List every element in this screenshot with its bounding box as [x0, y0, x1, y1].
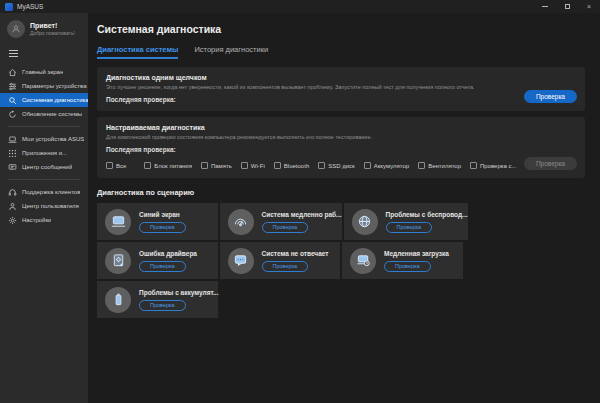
checkbox-battery[interactable]: Аккумулятор	[364, 162, 409, 169]
checkbox-icon[interactable]	[201, 162, 208, 169]
sidebar-item-label: Приложения и...	[22, 150, 67, 156]
tab-bar: Диагностика системы История диагностики	[97, 45, 585, 59]
scenario-card-label: Система не отвечает	[262, 250, 329, 257]
checkbox-icon[interactable]	[144, 162, 151, 169]
checkbox-icon[interactable]	[106, 162, 113, 169]
sidebar-item-label: Центр сообщений	[22, 164, 72, 170]
checkbox-all[interactable]: Все	[106, 162, 126, 169]
battery-icon	[105, 287, 131, 313]
headset-icon	[8, 188, 17, 197]
checkbox-icon[interactable]	[418, 162, 425, 169]
custom-check-button[interactable]: Проверка	[524, 157, 577, 170]
titlebar: MyASUS ×	[0, 0, 600, 13]
scenario-card-label: Система медленно раб...	[262, 211, 342, 218]
sidebar-item-label: Системная диагностика	[22, 97, 88, 103]
update-icon	[8, 110, 17, 119]
scenario-card-wireless-problems: Проблемы с беспровод... Проверка	[344, 203, 468, 240]
driver-error-icon	[105, 248, 131, 274]
component-checkbox-row: Все Блок питания Память Wi-Fi Bluetooth …	[106, 161, 576, 170]
app-title: MyASUS	[17, 3, 43, 10]
apps-grid-icon	[8, 149, 17, 158]
checkbox-icon[interactable]	[274, 162, 281, 169]
card-description: Это лучшее решение, когда нет уверенност…	[106, 84, 576, 90]
globe-icon	[352, 209, 378, 235]
sidebar-item-label: Центр пользователя	[22, 203, 79, 209]
hamburger-menu-icon[interactable]	[9, 50, 18, 57]
scenario-card-label: Проблемы с беспровод...	[386, 211, 468, 218]
maximize-button[interactable]	[556, 0, 578, 13]
checkbox-power-supply[interactable]: Блок питания	[144, 162, 192, 169]
sidebar-item-label: Обновление системы	[22, 111, 82, 117]
scenario-check-button[interactable]: Проверка	[139, 261, 186, 272]
monitor-chat-icon	[228, 248, 254, 274]
profile[interactable]: Привет! Добро пожаловать!	[0, 20, 88, 38]
checkbox-bluetooth[interactable]: Bluetooth	[274, 162, 309, 169]
sidebar-item-system-diagnostics[interactable]: Системная диагностика	[0, 93, 88, 107]
sliders-icon	[8, 82, 17, 91]
custom-diagnostics-card: Настраиваемая диагностика Для комплексно…	[97, 117, 585, 178]
one-click-check-button[interactable]: Проверка	[524, 90, 577, 103]
sidebar-item-apps[interactable]: Приложения и...	[0, 146, 88, 160]
scenario-card-system-not-responding: Система не отвечает Проверка	[220, 242, 341, 279]
scenario-check-button[interactable]: Проверка	[384, 261, 431, 272]
sidebar-item-user-center[interactable]: Центр пользователя	[0, 199, 88, 213]
search-icon	[8, 96, 17, 105]
scenario-check-button[interactable]: Проверка	[386, 222, 433, 233]
checkbox-ssd[interactable]: SSD диск	[318, 162, 354, 169]
checkbox-system-check[interactable]: Проверка с...	[470, 162, 517, 169]
card-title: Диагностика одним щелчком	[106, 74, 576, 81]
scenario-card-battery-problems: Проблемы с аккумулят... Проверка	[97, 281, 218, 318]
speedometer-icon	[228, 209, 254, 235]
laptop-icon	[8, 135, 17, 144]
scenario-check-button[interactable]: Проверка	[262, 261, 309, 272]
scenario-check-button[interactable]: Проверка	[262, 222, 309, 233]
tab-system-diagnostics[interactable]: Диагностика системы	[97, 45, 178, 59]
scenario-card-label: Медленная загрузка	[384, 250, 449, 257]
sidebar-item-device-settings[interactable]: Параметры устройства	[0, 79, 88, 93]
scenario-card-label: Проблемы с аккумулят...	[139, 289, 218, 296]
sidebar-item-home[interactable]: Главный экран	[0, 65, 88, 79]
sidebar: Привет! Добро пожаловать! Главный экран …	[0, 13, 88, 403]
scenario-card-label: Синий экран	[139, 211, 180, 218]
checkbox-memory[interactable]: Память	[201, 162, 232, 169]
scenario-card-slow-system: Система медленно раб... Проверка	[220, 203, 342, 240]
scenario-check-button[interactable]: Проверка	[139, 222, 186, 233]
checkbox-icon[interactable]	[318, 162, 325, 169]
sidebar-item-message-center[interactable]: Центр сообщений	[0, 160, 88, 174]
blue-screen-icon	[105, 209, 131, 235]
scenario-card-slow-boot: Медленная загрузка Проверка	[342, 242, 463, 279]
last-check-label: Последняя проверка:	[106, 96, 576, 103]
scenario-section-title: Диагностика по сценарию	[97, 188, 585, 197]
greeting-subtitle: Добро пожаловать!	[30, 30, 75, 36]
card-description: Для комплексной проверки состояния компь…	[106, 134, 576, 140]
laptop-clock-icon	[350, 248, 376, 274]
sidebar-item-customer-support[interactable]: Поддержка клиентов	[0, 185, 88, 199]
minimize-button[interactable]	[534, 0, 556, 13]
checkbox-icon[interactable]	[364, 162, 371, 169]
main-content: Системная диагностика Диагностика систем…	[88, 13, 600, 403]
checkbox-fan[interactable]: Вентилятор	[418, 162, 461, 169]
sidebar-item-my-devices[interactable]: Мои устройства ASUS	[0, 132, 88, 146]
scenario-check-button[interactable]: Проверка	[139, 300, 186, 311]
sidebar-item-settings[interactable]: Настройки	[0, 213, 88, 227]
sidebar-item-system-update[interactable]: Обновление системы	[0, 107, 88, 121]
gear-icon	[8, 216, 17, 225]
one-click-diagnostics-card: Диагностика одним щелчком Это лучшее реш…	[97, 67, 585, 111]
checkbox-icon[interactable]	[241, 162, 248, 169]
avatar-icon	[7, 20, 25, 38]
scenario-card-grid: Синий экран Проверка Система медленно ра…	[97, 203, 585, 318]
greeting-title: Привет!	[30, 22, 75, 31]
minimize-icon	[542, 6, 548, 7]
checkbox-wifi[interactable]: Wi-Fi	[241, 162, 265, 169]
maximize-icon	[565, 4, 570, 9]
scenario-card-driver-error: Ошибка драйвера Проверка	[97, 242, 218, 279]
close-button[interactable]: ×	[578, 0, 600, 13]
sidebar-item-label: Поддержка клиентов	[22, 189, 80, 195]
sidebar-divider	[8, 179, 80, 180]
window-controls: ×	[534, 0, 600, 13]
scenario-card-label: Ошибка драйвера	[139, 250, 197, 257]
checkbox-icon[interactable]	[470, 162, 477, 169]
last-check-label: Последняя проверка:	[106, 146, 576, 153]
tab-diagnostics-history[interactable]: История диагностики	[194, 45, 268, 59]
scenario-card-blue-screen: Синий экран Проверка	[97, 203, 218, 240]
